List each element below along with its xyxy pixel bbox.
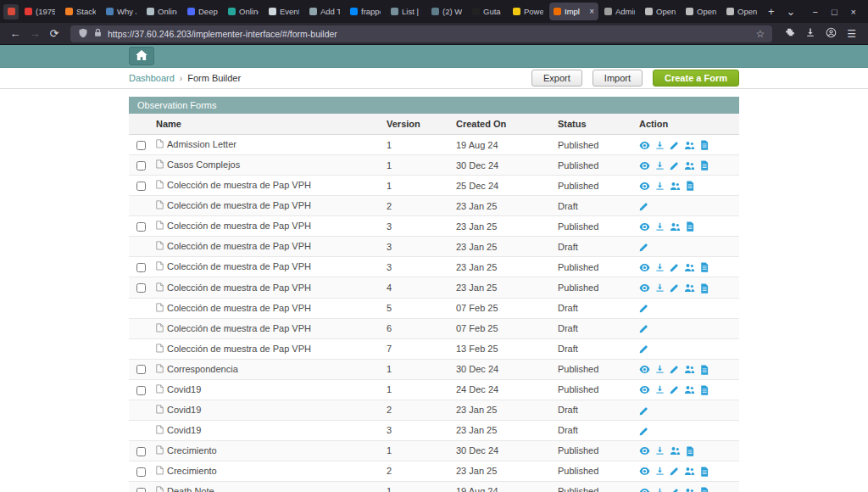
edit-icon[interactable] [670,365,679,374]
shield-icon[interactable] [78,28,88,40]
row-checkbox[interactable] [136,141,146,150]
edit-icon[interactable] [670,467,679,476]
details-icon[interactable] [686,221,694,232]
edit-icon[interactable] [670,283,679,293]
browser-tab[interactable]: Open [682,3,721,20]
lock-icon[interactable] [93,28,103,39]
account-icon[interactable] [826,27,837,41]
preview-icon[interactable] [639,222,650,232]
details-icon[interactable] [700,365,709,375]
row-checkbox[interactable] [136,222,146,232]
download-icon[interactable] [655,161,665,171]
browser-tab[interactable]: frappe [346,3,385,20]
browser-tab[interactable]: List | M [387,3,426,20]
edit-icon[interactable] [670,385,679,394]
download-icon[interactable] [655,222,665,232]
details-icon[interactable] [700,385,709,395]
tab-close-icon[interactable]: × [589,7,594,16]
row-checkbox[interactable] [136,447,146,456]
row-checkbox[interactable] [136,467,146,477]
row-checkbox[interactable] [136,182,146,191]
row-checkbox[interactable] [136,386,146,395]
row-checkbox[interactable] [136,283,146,293]
preview-icon[interactable] [639,182,650,191]
tab-list-button[interactable]: ⌄ [782,5,801,18]
details-icon[interactable] [700,262,709,272]
details-icon[interactable] [700,160,709,171]
preview-icon[interactable] [639,488,650,492]
download-icon[interactable] [655,141,665,150]
browser-tab[interactable]: (2) We [427,3,466,20]
privileges-icon[interactable] [684,141,695,150]
privileges-icon[interactable] [684,263,695,272]
edit-icon[interactable] [670,488,679,492]
edit-icon[interactable] [639,427,648,436]
privileges-icon[interactable] [684,488,695,492]
details-icon[interactable] [700,283,709,294]
privileges-icon[interactable] [670,222,681,232]
download-icon[interactable] [655,365,665,374]
browser-tab[interactable]: Why Ja [102,3,141,20]
bookmark-star-icon[interactable]: ☆ [755,28,765,40]
privileges-icon[interactable] [670,446,681,456]
browser-tab[interactable]: Guta [468,3,507,20]
reload-button[interactable]: ⟳ [47,28,61,39]
edit-icon[interactable] [639,406,648,416]
back-button[interactable]: ← [8,28,22,39]
privileges-icon[interactable] [684,467,695,476]
privileges-icon[interactable] [684,161,695,171]
privileges-icon[interactable] [684,365,695,374]
import-button[interactable]: Import [593,70,643,87]
url-bar[interactable]: https://37.60.246.203/implementer-interf… [70,25,772,42]
new-tab-button[interactable]: + [763,5,780,18]
window-maximize-button[interactable]: □ [832,7,837,17]
privileges-icon[interactable] [684,283,695,293]
download-icon[interactable] [655,283,665,293]
menu-icon[interactable]: ☰ [847,28,856,40]
browser-tab[interactable]: Admin [600,3,639,20]
edit-icon[interactable] [670,263,679,272]
window-minimize-button[interactable]: − [812,7,817,17]
forward-button[interactable]: → [28,28,42,39]
details-icon[interactable] [700,487,709,492]
details-icon[interactable] [686,446,694,456]
edit-icon[interactable] [670,161,679,171]
preview-icon[interactable] [639,263,650,272]
home-button[interactable] [129,47,154,65]
download-icon[interactable] [655,263,665,272]
preview-icon[interactable] [639,385,650,394]
export-button[interactable]: Export [531,70,582,87]
preview-icon[interactable] [639,467,650,476]
extensions-icon[interactable] [785,27,795,40]
preview-icon[interactable] [639,446,650,456]
browser-tab[interactable]: Impl× [549,3,598,20]
edit-icon[interactable] [639,304,648,313]
row-checkbox[interactable] [136,365,146,374]
details-icon[interactable] [700,140,709,150]
download-icon[interactable] [655,385,665,394]
browser-tab[interactable]: (1975 [20,3,59,20]
row-checkbox[interactable] [136,161,146,171]
download-icon[interactable] [655,467,665,476]
privileges-icon[interactable] [670,182,681,191]
window-close-button[interactable]: × [851,7,856,17]
edit-icon[interactable] [639,202,648,211]
browser-tab[interactable]: Online [142,3,181,20]
browser-tab[interactable]: DeepS [183,3,222,20]
edit-icon[interactable] [639,324,648,333]
browser-tab[interactable]: Open [641,3,680,20]
details-icon[interactable] [686,181,694,191]
preview-icon[interactable] [639,141,650,150]
browser-tab[interactable]: OpenM [722,3,761,20]
preview-icon[interactable] [639,283,650,293]
browser-tab[interactable]: Stack [61,3,100,20]
row-checkbox[interactable] [136,488,146,492]
firefox-view-button[interactable] [3,4,19,20]
download-icon[interactable] [655,182,665,191]
browser-tab[interactable]: Event- [264,3,303,20]
edit-icon[interactable] [639,243,648,252]
downloads-icon[interactable] [805,27,815,40]
browser-tab[interactable]: Add Tw [305,3,344,20]
preview-icon[interactable] [639,161,650,171]
download-icon[interactable] [655,446,665,456]
